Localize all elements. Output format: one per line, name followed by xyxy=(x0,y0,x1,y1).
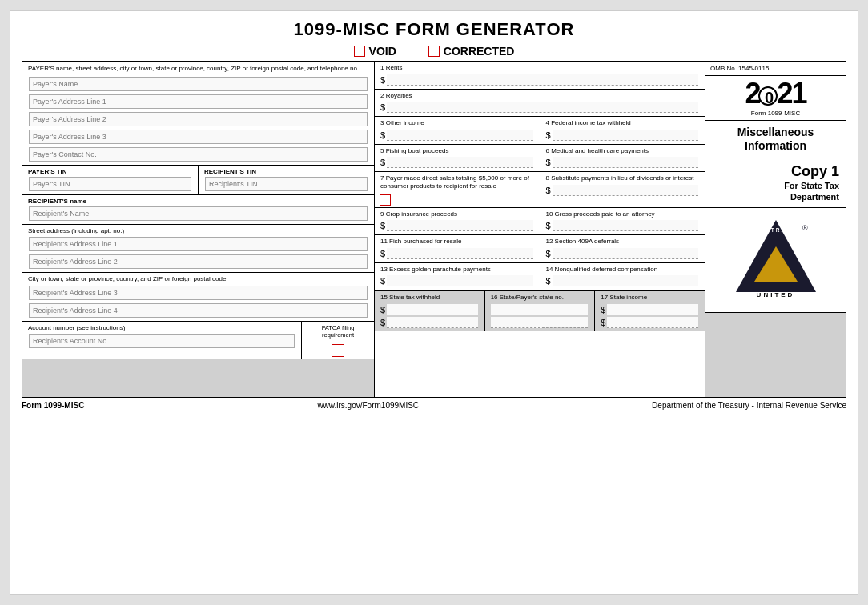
field-16-label: 16 State/Payer's state no. xyxy=(488,293,592,302)
omb-text: OMB No. 1545-0115 xyxy=(710,65,841,72)
field-6-line xyxy=(553,157,698,168)
street2-input[interactable] xyxy=(29,254,368,269)
footer-right: Department of the Treasury - Internal Re… xyxy=(652,401,846,410)
dollar-sign-13: $ xyxy=(380,276,385,286)
payer-address3-input[interactable] xyxy=(29,130,368,144)
dollar-sign-8: $ xyxy=(546,186,551,195)
mid-row-2: 2 Royalties $ xyxy=(375,90,705,118)
void-corrected-row: VOID CORRECTED xyxy=(22,45,846,58)
footer: Form 1099-MISC www.irs.gov/Form1099MISC … xyxy=(22,401,846,410)
field-10-cell: 10 Gross proceeds paid to an attorney $ xyxy=(540,208,705,235)
field-11-dollar: $ xyxy=(378,248,536,259)
corrected-checkbox-label[interactable]: CORRECTED xyxy=(428,45,515,58)
void-label: VOID xyxy=(369,45,396,58)
field-7-label: 7 Payer made direct sales totaling $5,00… xyxy=(378,174,536,190)
field-16b-line xyxy=(491,317,589,328)
col-mid: 1 Rents $ 2 Royalties $ xyxy=(375,62,705,397)
field-1-line xyxy=(387,74,698,86)
field-7-checkbox[interactable] xyxy=(380,194,391,206)
field-17b-line xyxy=(607,317,698,328)
field-2-line xyxy=(387,102,698,113)
field-15a-line xyxy=(387,304,478,315)
field-8-dollar: $ xyxy=(544,185,702,196)
footer-left: Form 1099-MISC xyxy=(22,401,84,410)
void-checkbox-label[interactable]: VOID xyxy=(354,45,396,58)
field-11-label: 11 Fish purchased for resale xyxy=(378,237,536,246)
payer-name-input[interactable] xyxy=(29,77,368,91)
misc-info-title-line2: Information xyxy=(712,139,839,153)
field-14-cell: 14 Nonqualified deferred compensation $ xyxy=(540,263,705,290)
city2-input[interactable] xyxy=(29,303,368,318)
field-16-line1 xyxy=(488,304,592,315)
right-state-area xyxy=(705,312,846,397)
field-7-cell: 7 Payer made direct sales totaling $5,00… xyxy=(375,172,540,206)
logo-container: ® ABSTRACT UNITED xyxy=(732,216,820,304)
copy-subtitle-line1: For State Tax xyxy=(784,181,839,190)
mid-row-1: 1 Rents $ xyxy=(375,62,705,90)
year-prefix: 2 xyxy=(745,77,759,110)
field-13-label: 13 Excess golden parachute payments xyxy=(378,265,536,274)
page: 1099-MISC FORM GENERATOR VOID CORRECTED … xyxy=(10,10,858,595)
field-13-dollar: $ xyxy=(378,275,536,286)
dollar-sign-15a: $ xyxy=(380,305,385,315)
tin-row: PAYER'S TIN RECIPIENT'S TIN xyxy=(22,166,374,195)
void-checkbox[interactable] xyxy=(354,46,365,57)
field-5-line xyxy=(387,157,532,168)
street1-input[interactable] xyxy=(29,237,368,251)
account-section: Account number (see instructions) xyxy=(22,322,302,359)
misc-info-section: Miscellaneous Information xyxy=(705,121,846,158)
field-10-dollar: $ xyxy=(544,220,702,231)
logo-abstract-text: ABSTRACT xyxy=(755,227,797,233)
copy-subtitle: For State Tax Department xyxy=(712,180,839,203)
field-14-dollar: $ xyxy=(544,275,702,286)
dollar-sign-9: $ xyxy=(380,221,385,230)
account-label: Account number (see instructions) xyxy=(26,323,298,333)
city-section: City or town, state or province, country… xyxy=(22,273,374,322)
field-4-dollar: $ xyxy=(544,130,702,141)
left-state-area xyxy=(22,359,374,397)
field-16-cell: 16 State/Payer's state no. xyxy=(485,291,596,331)
field-17a-line xyxy=(607,304,698,315)
form-body: PAYER'S name, street address, city or to… xyxy=(22,61,846,398)
field-3-label: 3 Other income xyxy=(378,118,536,128)
payer-address2-input[interactable] xyxy=(29,112,368,126)
dollar-sign-17a: $ xyxy=(601,305,605,315)
payer-contact-input[interactable] xyxy=(29,147,368,162)
copy-subtitle-line2: Department xyxy=(790,192,839,202)
fatca-label: FATCA filing requirement xyxy=(305,323,371,339)
field-15b-line xyxy=(387,317,478,328)
recipient-tin-input[interactable] xyxy=(205,177,368,191)
dollar-sign-2: $ xyxy=(380,102,385,112)
city1-input[interactable] xyxy=(29,286,368,300)
field-15-dollar2: $ xyxy=(378,317,481,328)
field-14-line xyxy=(553,275,698,286)
fatca-checkbox[interactable] xyxy=(332,344,344,357)
field-15-cell: 15 State tax withheld $ $ xyxy=(375,291,485,331)
misc-info-title-line1: Miscellaneous xyxy=(712,126,839,139)
field-17-label: 17 State income xyxy=(598,293,701,302)
state-row: 15 State tax withheld $ $ 16 State/Payer… xyxy=(375,290,705,331)
recipient-tin-label: RECIPIENT'S TIN xyxy=(202,167,371,175)
corrected-checkbox[interactable] xyxy=(428,46,440,57)
dollar-sign-10: $ xyxy=(546,221,551,230)
dollar-sign-5: $ xyxy=(380,158,385,167)
field-12-cell: 12 Section 409A deferrals $ xyxy=(540,235,705,262)
field-12-dollar: $ xyxy=(544,248,702,259)
field-12-label: 12 Section 409A deferrals xyxy=(544,237,702,246)
recipient-name-label: RECIPIENT'S name xyxy=(26,197,371,205)
field-17-cell: 17 State income $ $ xyxy=(595,291,705,331)
field-9-label: 9 Crop insurance proceeds xyxy=(378,210,536,219)
logo-r-text: ® xyxy=(802,224,808,232)
mid-row-9-10: 9 Crop insurance proceeds $ 10 Gross pro… xyxy=(375,208,705,236)
field-16-line2 xyxy=(488,317,592,328)
field-11-cell: 11 Fish purchased for resale $ xyxy=(375,235,540,262)
field-13-line xyxy=(387,275,532,286)
field-11-line xyxy=(387,248,532,259)
footer-form-bold: 1099-MISC xyxy=(44,401,85,410)
recipient-name-input[interactable] xyxy=(29,206,368,221)
col-right: OMB No. 1545-0115 2021 Form 1099-MISC Mi… xyxy=(705,62,846,397)
field-16a-line xyxy=(491,304,589,315)
payer-tin-input[interactable] xyxy=(29,177,191,191)
payer-address1-input[interactable] xyxy=(29,94,368,109)
account-input[interactable] xyxy=(29,334,295,348)
